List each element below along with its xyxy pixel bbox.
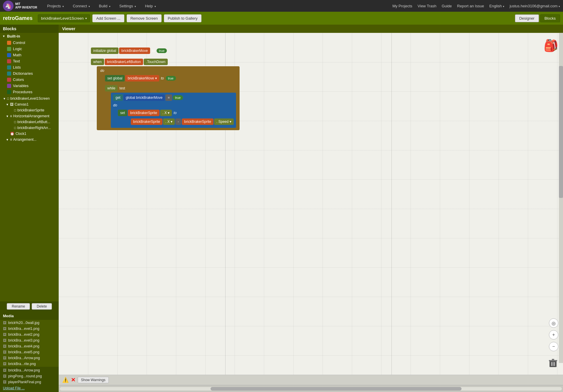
inner-to: to: [172, 111, 178, 115]
rename-delete-bar: Rename Delete: [0, 301, 59, 311]
get-keyword: get: [113, 94, 123, 101]
when-block[interactable]: when brickBrakerLeftButton .TouchDown: [91, 59, 240, 65]
media-file-8[interactable]: 🖼 brickBra...rite.png: [0, 361, 59, 367]
backpack-button[interactable]: 🎒: [544, 39, 558, 52]
blocks-section: Blocks ▼ Built-in Control Logic Math Tex…: [0, 25, 59, 301]
viewer-area: Viewer 🎒 initialize global brickBrakerMo…: [59, 25, 563, 392]
media-file-6[interactable]: 🖼 brickBra...evel5.png: [0, 349, 59, 355]
nav-build[interactable]: Build ▾: [97, 3, 112, 9]
viewer-canvas[interactable]: 🎒 initialize global brickBrakerMove to t…: [59, 33, 563, 375]
tree-arrangement2[interactable]: ▼ ≡ Arrangement...: [0, 137, 59, 142]
horizontal-scrollbar-thumb[interactable]: [211, 387, 462, 391]
zoom-in-button[interactable]: +: [549, 330, 558, 340]
logo-area[interactable]: 🦄 MITAPP INVENTOR: [3, 1, 37, 11]
viewer-vscrollbar[interactable]: [559, 33, 563, 363]
designer-button[interactable]: Designer: [515, 14, 539, 22]
left-panel: Blocks ▼ Built-in Control Logic Math Tex…: [0, 25, 59, 392]
inner-set-comp: brickBrakerSprite: [128, 110, 160, 116]
block-item-control[interactable]: Control: [0, 40, 59, 46]
tree-arrangement[interactable]: ▼ ≡ HorizontalArrangement: [0, 113, 59, 119]
block-item-lists[interactable]: Lists: [0, 64, 59, 70]
do-label: do: [100, 69, 104, 73]
media-file-5[interactable]: 🖼 brickBra...evel4.png: [0, 343, 59, 349]
inner-set-dot: . X ▾: [160, 110, 172, 116]
show-warnings-button[interactable]: Show Warnings: [78, 377, 109, 383]
nav-my-projects[interactable]: My Projects: [392, 4, 412, 8]
component-tree: ▼ □ brickBrakerLevel1Screen ▼ 🖼 Canvas1 …: [0, 95, 59, 143]
media-file-7[interactable]: 🖼 brickBra...Arrow.png: [0, 355, 59, 361]
media-file-2[interactable]: 🖼 brickBra...evel1.png: [0, 326, 59, 332]
media-file-3[interactable]: 🖼 brickBra...evel2.png: [0, 332, 59, 337]
init-val: true: [157, 48, 167, 53]
nav-user-email[interactable]: justus.hein3106@gmail.com ▾: [510, 4, 560, 8]
block-item-logic[interactable]: Logic: [0, 46, 59, 52]
horizontal-scrollbar[interactable]: [60, 387, 562, 391]
tree-screen[interactable]: ▼ □ brickBrakerLevel1Screen: [0, 96, 59, 101]
block-item-dictionaries[interactable]: Dictionaries: [0, 70, 59, 77]
nav-language[interactable]: English ▾: [489, 4, 504, 8]
remove-screen-button[interactable]: Remove Screen: [127, 14, 162, 22]
set-keyword: set global: [105, 75, 125, 82]
nav-settings[interactable]: Settings ▾: [118, 3, 138, 9]
file-icon-7: 🖼: [3, 356, 6, 360]
lists-color: [7, 65, 11, 69]
math-minus-op: -: [175, 118, 181, 125]
init-block[interactable]: initialize global brickBrakerMove to tru…: [91, 47, 240, 54]
screen-dropdown[interactable]: brickBrakerLevel1Screen ▾: [38, 14, 90, 22]
horizontal-scrollbar-area: [59, 385, 563, 392]
block-item-variables[interactable]: Variables: [0, 83, 59, 89]
column-divider-2: [391, 33, 392, 375]
delete-button[interactable]: Delete: [32, 303, 52, 310]
rename-button[interactable]: Rename: [7, 303, 30, 310]
publish-gallery-button[interactable]: Publish to Gallery: [164, 14, 201, 22]
get-var: global brickBrakerMove: [123, 94, 165, 101]
viewer-vscrollbar-thumb[interactable]: [559, 66, 563, 198]
block-item-colors[interactable]: Colors: [0, 77, 59, 83]
file-icon-3: 🖼: [3, 332, 6, 337]
tree-right-btn[interactable]: □ brickBrakerRightArr...: [0, 125, 59, 131]
math-block[interactable]: brickBrakerSprite . X ▾ - brickBrakerSpr…: [131, 118, 234, 125]
svg-rect-2: [552, 359, 554, 360]
tree-canvas[interactable]: ▼ 🖼 Canvas1: [0, 101, 59, 107]
set-var: brickBrakerMove ▾: [125, 75, 159, 82]
tree-clock[interactable]: ⏰ Clock1: [0, 131, 59, 137]
control-color: [7, 41, 11, 45]
inner-set-keyword: set: [118, 110, 127, 116]
set-global-block[interactable]: set global brickBrakerMove ▾ to true: [105, 75, 236, 82]
media-file-4[interactable]: 🖼 brickBra...evel3.png: [0, 337, 59, 343]
target-button[interactable]: ◎: [549, 318, 558, 328]
nav-guide[interactable]: Guide: [442, 4, 452, 8]
math-right-prop: . Speed ▾: [214, 118, 234, 125]
math-left-prop: . X ▾: [163, 118, 175, 125]
media-extra-2[interactable]: 🖼 pingPong...round.png: [0, 373, 59, 379]
block-item-procedures[interactable]: Procedures: [0, 89, 59, 95]
while-keyword: while: [105, 85, 118, 91]
block-item-text[interactable]: Text: [0, 58, 59, 64]
trash-button[interactable]: [548, 357, 558, 369]
file-icon-2: 🖼: [3, 327, 6, 331]
add-screen-button[interactable]: Add Screen ...: [92, 14, 124, 22]
media-extra-3[interactable]: 🖼 playerPlankFinal.png: [0, 379, 59, 385]
upload-file-link[interactable]: Upload File ...: [0, 385, 59, 391]
nav-connect[interactable]: Connect ▾: [71, 3, 92, 9]
block-item-math[interactable]: Math: [0, 52, 59, 58]
get-block-row[interactable]: get global brickBrakerMove = true: [113, 94, 234, 101]
tree-left-btn[interactable]: □ brickBrakerLeftButt...: [0, 119, 59, 125]
media-file-1[interactable]: 🖼 brick%20...0wall.jpg: [0, 320, 59, 326]
media-extra-1[interactable]: 🖼 brickBra...Arrow.png: [0, 367, 59, 373]
nav-report-issue[interactable]: Report an Issue: [457, 4, 484, 8]
tree-sprite[interactable]: □ brickBrakerSprite: [0, 107, 59, 113]
blocks-panel-header: Blocks: [0, 25, 59, 33]
blocks-button[interactable]: Blocks: [540, 14, 560, 22]
nav-projects[interactable]: Projects ▾: [45, 3, 66, 9]
variables-color: [7, 84, 11, 88]
while-block[interactable]: while test: [105, 85, 236, 91]
zoom-controls: ◎ + −: [549, 318, 558, 351]
file-icon-6: 🖼: [3, 350, 6, 354]
inner-set-block[interactable]: set brickBrakerSprite . X ▾ to: [118, 110, 234, 116]
zoom-out-button[interactable]: −: [549, 342, 558, 351]
builtin-section-header[interactable]: ▼ Built-in: [0, 33, 59, 40]
nav-view-trash[interactable]: View Trash: [418, 4, 436, 8]
nav-help[interactable]: Help ▾: [143, 3, 157, 9]
toolbar: retroGames brickBrakerLevel1Screen ▾ Add…: [0, 12, 563, 25]
